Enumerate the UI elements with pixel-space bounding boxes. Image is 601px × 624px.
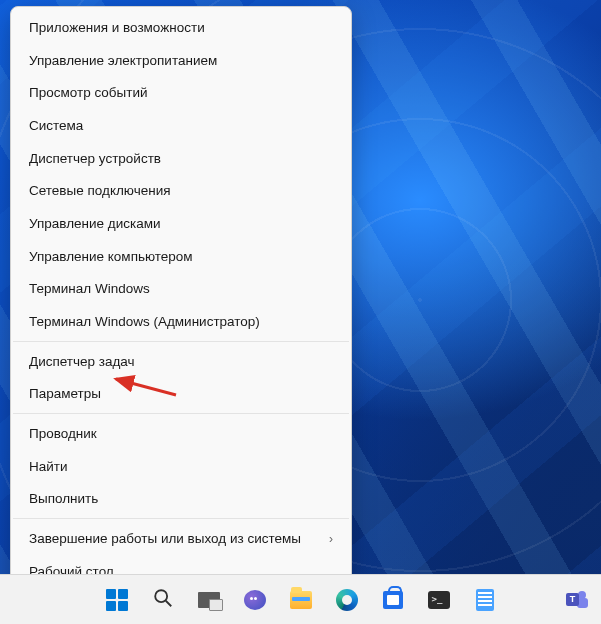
menu-item-label: Выполнить [29, 491, 98, 506]
menu-item-label: Завершение работы или выход из системы [29, 531, 301, 546]
chat-button[interactable] [235, 580, 275, 620]
menu-item-label: Диспетчер задач [29, 354, 135, 369]
menu-item-label: Терминал Windows (Администратор) [29, 314, 260, 329]
chat-icon [244, 590, 266, 610]
winx-context-menu: Приложения и возможностиУправление элект… [10, 6, 352, 593]
file-explorer-icon [290, 591, 312, 609]
menu-item-shutdown-signout[interactable]: Завершение работы или выход из системы› [11, 522, 351, 555]
menu-item-label: Управление дисками [29, 216, 161, 231]
taskbar-right: T [557, 580, 597, 620]
teams-icon: T [566, 589, 588, 611]
desktop-wallpaper: Приложения и возможностиУправление элект… [0, 0, 601, 624]
windows-logo-icon [106, 589, 128, 611]
menu-item-search[interactable]: Найти [11, 450, 351, 483]
task-view-icon [198, 592, 220, 608]
menu-item-label: Диспетчер устройств [29, 151, 161, 166]
menu-separator [13, 413, 349, 414]
task-view-button[interactable] [189, 580, 229, 620]
microsoft-store-icon [383, 591, 403, 609]
menu-item-label: Сетевые подключения [29, 183, 171, 198]
menu-item-event-viewer[interactable]: Просмотр событий [11, 76, 351, 109]
menu-item-label: Управление электропитанием [29, 53, 217, 68]
menu-item-settings[interactable]: Параметры [11, 378, 351, 411]
taskbar-center [97, 580, 505, 620]
menu-item-run[interactable]: Выполнить [11, 483, 351, 516]
notepad-button[interactable] [465, 580, 505, 620]
menu-item-system[interactable]: Система [11, 109, 351, 142]
menu-item-label: Параметры [29, 386, 101, 401]
menu-item-apps-features[interactable]: Приложения и возможности [11, 11, 351, 44]
taskbar: T [0, 574, 601, 624]
file-explorer-button[interactable] [281, 580, 321, 620]
menu-item-terminal[interactable]: Терминал Windows [11, 273, 351, 306]
menu-item-label: Приложения и возможности [29, 20, 205, 35]
menu-item-label: Просмотр событий [29, 85, 148, 100]
edge-icon [336, 589, 358, 611]
search-icon [152, 587, 174, 613]
teams-button[interactable]: T [557, 580, 597, 620]
menu-item-label: Найти [29, 459, 68, 474]
menu-item-disk-management[interactable]: Управление дисками [11, 207, 351, 240]
menu-item-file-explorer[interactable]: Проводник [11, 417, 351, 450]
terminal-icon [428, 591, 450, 609]
menu-item-computer-management[interactable]: Управление компьютером [11, 240, 351, 273]
menu-item-label: Терминал Windows [29, 281, 150, 296]
menu-item-label: Система [29, 118, 83, 133]
menu-item-label: Проводник [29, 426, 97, 441]
chevron-right-icon: › [329, 532, 333, 546]
menu-separator [13, 341, 349, 342]
store-button[interactable] [373, 580, 413, 620]
menu-separator [13, 518, 349, 519]
notepad-icon [476, 589, 494, 611]
start-button[interactable] [97, 580, 137, 620]
menu-item-network-connections[interactable]: Сетевые подключения [11, 174, 351, 207]
menu-item-label: Управление компьютером [29, 249, 193, 264]
terminal-button[interactable] [419, 580, 459, 620]
search-button[interactable] [143, 580, 183, 620]
menu-item-task-manager[interactable]: Диспетчер задач [11, 345, 351, 378]
edge-button[interactable] [327, 580, 367, 620]
menu-item-terminal-admin[interactable]: Терминал Windows (Администратор) [11, 305, 351, 338]
svg-line-3 [165, 600, 171, 606]
svg-point-2 [155, 590, 167, 602]
menu-item-power-options[interactable]: Управление электропитанием [11, 44, 351, 77]
menu-item-device-manager[interactable]: Диспетчер устройств [11, 142, 351, 175]
